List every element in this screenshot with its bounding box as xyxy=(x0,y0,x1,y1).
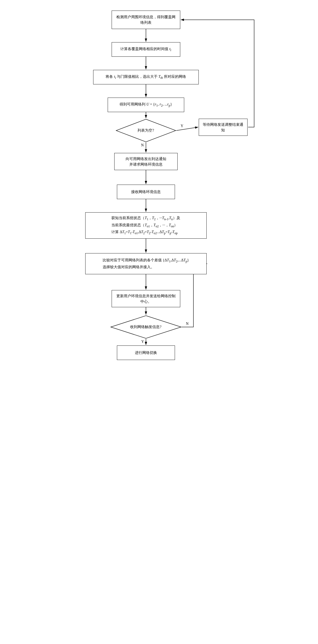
label-N1: N xyxy=(141,143,144,147)
flowchart-diagram: 检测用户周围环境信息，得到覆盖网 络列表 计算各覆盖网络相应的时间值 ti 将各… xyxy=(59,5,259,638)
diamond-trigger: 收到网络触发信息? xyxy=(110,315,182,339)
box-available-networks: 得到可用网络列 U = {r1, r2, ...rp} xyxy=(108,98,184,112)
box-calc-delta: 获知当前系统状态（T1，T2，···Tn-1,Tn）及 当前系统最优状态（To1… xyxy=(85,212,207,239)
svg-line-5 xyxy=(176,127,198,131)
box-compare-diff: 比较对应于可用网络列表的各个差值 {ΔT1,ΔT2,...ΔTp} 选择较大值对… xyxy=(85,253,207,274)
box-detect-environment: 检测用户周围环境信息，得到覆盖网 络列表 xyxy=(112,11,180,29)
box-switch-network: 进行网络切换 xyxy=(117,345,175,360)
box-notify-network: 向可用网络发出到达通知并请求网络环境信息 xyxy=(114,153,178,170)
box-receive-env: 接收网络环境信息 xyxy=(117,185,175,199)
box-update-env: 更新用户环境信息并发送给网络控制中心。 xyxy=(112,290,180,307)
box-compare-threshold: 将各 ti 与门限值相比，选出大于 Tth 所对应的网络 xyxy=(93,70,199,84)
box-wait-network: 等待网络发送调整结束通知 xyxy=(199,119,248,136)
label-Y1: Y xyxy=(181,124,183,128)
label-N2: N xyxy=(186,322,189,326)
box-calc-time: 计算各覆盖网络相应的时间值 ti xyxy=(112,42,180,57)
label-Y2: Y xyxy=(141,340,144,344)
diamond-list-empty: 列表为空? xyxy=(116,119,176,142)
